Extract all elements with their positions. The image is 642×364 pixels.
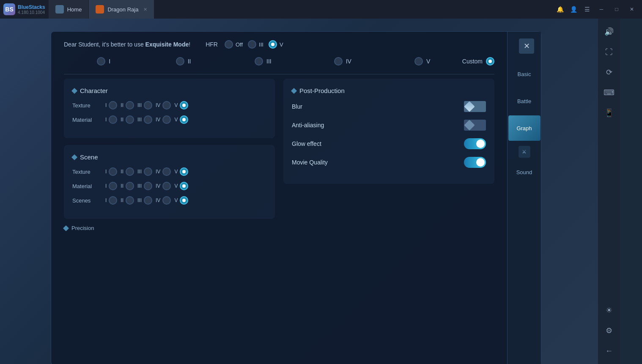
blur-toggle[interactable] [464,101,486,112]
char-texture-II-radio[interactable] [126,101,134,109]
dialog-close-btn[interactable]: ✕ [519,38,534,54]
char-material-II-radio[interactable] [126,115,134,124]
quality-IV[interactable]: IV [303,57,382,66]
char-material-II[interactable]: II [121,115,134,124]
scene-texture-III-radio[interactable] [144,167,152,176]
scenes-I[interactable]: I [105,196,117,205]
scene-texture-I-radio[interactable] [109,167,117,176]
settings-columns: Character Texture I II [64,79,494,231]
nav-icon-skill[interactable]: ⚔ [519,146,530,158]
quality-III-radio[interactable] [255,57,263,66]
hfr-off-radio[interactable] [225,40,233,49]
sidebar-phone-btn[interactable]: 📱 [600,104,618,122]
char-material-I-radio[interactable] [109,115,117,124]
scene-material-II[interactable]: II [121,182,134,190]
char-material-III-radio[interactable] [144,115,152,124]
char-material-I[interactable]: I [105,115,117,124]
close-btn[interactable]: ✕ [625,3,639,15]
quality-I-radio[interactable] [97,57,105,66]
sidebar-back-btn[interactable]: ← [600,342,618,360]
glow-effect-label: Glow effect [292,140,321,147]
quality-custom-radio[interactable] [486,57,494,66]
notification-btn[interactable]: 🔔 [554,3,566,15]
movie-quality-label: Movie Quality [292,159,328,166]
sidebar-settings-btn[interactable]: ⚙ [600,322,618,339]
scenes-V-radio[interactable] [180,196,188,205]
scenes-I-radio[interactable] [109,196,117,205]
minimize-btn[interactable]: ─ [595,3,608,15]
hfr-off-option[interactable]: Off [225,40,243,49]
quality-IV-radio[interactable] [334,57,343,66]
scenes-IV[interactable]: IV [156,196,171,205]
char-texture-II[interactable]: II [121,101,134,109]
scene-texture-IV[interactable]: IV [156,167,171,176]
scene-material-IV[interactable]: IV [156,182,171,190]
hfr-v-option[interactable]: V [269,40,283,49]
char-material-V[interactable]: V [174,115,188,124]
scenes-IV-radio[interactable] [162,196,171,205]
char-texture-I-radio[interactable] [109,101,117,109]
scene-material-III[interactable]: III [137,182,152,190]
quality-II-radio[interactable] [176,57,184,66]
scenes-II[interactable]: II [121,196,134,205]
movie-quality-toggle[interactable] [464,157,486,168]
sidebar-brightness-btn[interactable]: ☀ [600,301,618,319]
tab-home[interactable]: Home [49,0,89,19]
quality-III[interactable]: III [223,57,303,66]
char-material-IV-radio[interactable] [162,115,171,124]
scene-texture-II-radio[interactable] [126,167,134,176]
account-btn[interactable]: 👤 [568,3,579,15]
scene-material-III-radio[interactable] [144,182,152,190]
nav-item-battle[interactable]: Battle [508,88,540,114]
char-material-III[interactable]: III [137,115,152,124]
scene-material-V[interactable]: V [174,182,188,190]
hfr-v-radio[interactable] [269,40,277,49]
char-material-IV[interactable]: IV [156,115,171,124]
scene-texture-V-radio[interactable] [180,167,188,176]
scene-texture-II[interactable]: II [121,167,134,176]
nav-item-basic[interactable]: Basic [508,61,540,87]
char-texture-III-radio[interactable] [144,101,152,109]
glow-effect-toggle[interactable] [464,138,486,149]
hfr-iii-radio[interactable] [248,40,256,49]
sidebar-keyboard-btn[interactable]: ⌨ [600,84,618,101]
scenes-III-radio[interactable] [144,196,152,205]
quality-V[interactable]: V [382,57,462,66]
scene-material-IV-radio[interactable] [162,182,171,190]
settings-menu-btn[interactable]: ☰ [581,3,593,15]
scene-material-I-radio[interactable] [109,182,117,190]
scene-texture-III[interactable]: III [137,167,152,176]
sidebar-rotate-btn[interactable]: ⟳ [600,63,618,81]
char-texture-IV[interactable]: IV [156,101,171,109]
character-diamond-icon [71,88,77,93]
scene-texture-V[interactable]: V [174,167,188,176]
tab-dragon-raja[interactable]: Dragon Raja ✕ [89,0,154,19]
char-texture-I[interactable]: I [105,101,117,109]
tab-close-btn[interactable]: ✕ [143,7,147,12]
sidebar-volume-btn[interactable]: 🔊 [600,23,618,41]
char-texture-V-radio[interactable] [180,101,188,109]
char-material-V-radio[interactable] [180,115,188,124]
char-texture-III[interactable]: III [137,101,152,109]
scene-material-I[interactable]: I [105,182,117,190]
quality-I[interactable]: I [64,57,143,66]
quality-II[interactable]: II [143,57,223,66]
scene-material-II-radio[interactable] [126,182,134,190]
nav-item-sound[interactable]: Sound [508,159,540,185]
scene-texture-IV-radio[interactable] [162,167,171,176]
scene-texture-I[interactable]: I [105,167,117,176]
anti-aliasing-toggle[interactable] [464,120,486,131]
character-material-row: Material I II [72,115,266,124]
sidebar-fullscreen-btn[interactable]: ⛶ [600,43,618,61]
quality-V-radio[interactable] [414,57,423,66]
char-texture-V[interactable]: V [174,101,188,109]
maximize-btn[interactable]: □ [610,3,623,15]
scenes-II-radio[interactable] [126,196,134,205]
char-texture-IV-radio[interactable] [162,101,171,109]
hfr-iii-option[interactable]: III [248,40,263,49]
scenes-V[interactable]: V [174,196,188,205]
quality-custom[interactable]: Custom [462,57,494,66]
scene-material-V-radio[interactable] [180,182,188,190]
scenes-III[interactable]: III [137,196,152,205]
nav-item-graph[interactable]: Graph [508,115,540,141]
